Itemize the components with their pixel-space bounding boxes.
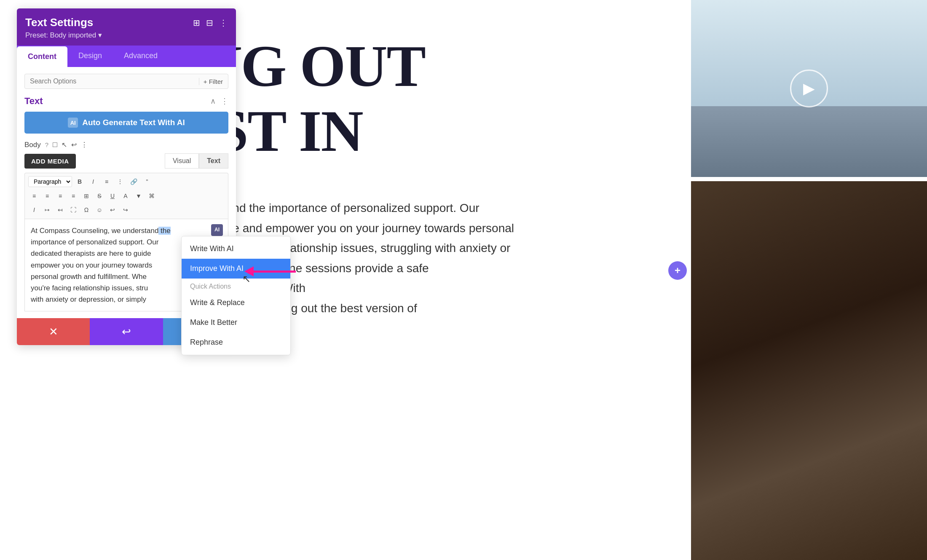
paragraph-select[interactable]: Paragraph Heading 1 Heading 2 (28, 176, 72, 187)
panel-header: Text Settings Preset: Body imported ▾ ⊞ … (17, 8, 236, 46)
fullscreen-icon[interactable]: ⊞ (193, 18, 200, 28)
panel-title: Text Settings (25, 16, 102, 29)
mobile-icon[interactable]: □ (53, 140, 57, 149)
panel-preset[interactable]: Preset: Body imported ▾ (25, 31, 102, 40)
align-right-button[interactable]: ≡ (54, 190, 66, 202)
body-label: Body (24, 141, 41, 149)
outdent-button[interactable]: ↤ (54, 204, 66, 216)
split-icon[interactable]: ⊟ (206, 18, 213, 28)
arrow-line (254, 271, 296, 273)
editor-buttons-row: ADD MEDIA Visual Text (24, 153, 228, 169)
italic-button[interactable]: I (87, 176, 99, 188)
make-it-better-item[interactable]: Make It Better (182, 313, 290, 332)
write-with-ai-label: Write With AI (190, 244, 234, 253)
write-replace-label: Write & Replace (190, 298, 245, 307)
text-section-header: Text ∧ ⋮ (24, 96, 228, 107)
write-replace-item[interactable]: Write & Replace (182, 293, 290, 313)
arrow-indicator (244, 266, 296, 276)
undo-button[interactable]: ↩ (90, 318, 163, 345)
bold-button[interactable]: B (74, 176, 86, 188)
make-it-better-label: Make It Better (190, 318, 237, 327)
play-button[interactable]: ▶ (790, 70, 828, 107)
help-icon[interactable]: ? (45, 141, 48, 148)
align-justify-button[interactable]: ≡ (67, 190, 79, 202)
ai-icon: AI (68, 118, 78, 128)
section-more-icon[interactable]: ⋮ (221, 96, 228, 106)
write-with-ai-item[interactable]: Write With AI (182, 239, 290, 259)
section-title: Text (24, 96, 43, 107)
filter-button[interactable]: + Filter (199, 78, 223, 85)
panel-header-icons: ⊞ ⊟ ⋮ (193, 18, 228, 28)
table-button[interactable]: ⊞ (80, 190, 92, 202)
text-view-button[interactable]: Text (199, 153, 228, 169)
rephrase-item[interactable]: Rephrase (182, 332, 290, 352)
unordered-list-button[interactable]: ≡ (101, 176, 113, 188)
visual-view-button[interactable]: Visual (165, 153, 199, 169)
search-input[interactable] (30, 78, 199, 85)
ai-context-menu: Write With AI Improve With AI Quick Acti… (181, 236, 291, 355)
formatting-toolbar-row2: ≡ ≡ ≡ ≡ ⊞ S U A ▼ ⌘ (24, 190, 228, 204)
fullscreen-editor-button[interactable]: ⛶ (67, 204, 79, 216)
background-color-button[interactable]: ▼ (133, 190, 145, 202)
editor-toolbar-top: Body ? □ ↖ ↩ ⋮ (24, 140, 228, 149)
section-controls: ∧ ⋮ (210, 96, 228, 106)
add-media-button[interactable]: ADD MEDIA (24, 154, 76, 169)
cancel-button[interactable]: ✕ (17, 318, 90, 345)
quote-button[interactable]: " (141, 176, 153, 188)
collapse-icon[interactable]: ∧ (210, 96, 216, 106)
ordered-list-button[interactable]: ⋮ (114, 176, 126, 188)
improve-with-ai-label: Improve With AI (190, 264, 244, 273)
redo2-button[interactable]: ↪ (120, 204, 131, 216)
tab-design[interactable]: Design (67, 46, 113, 67)
hero-image-top: ▶ (691, 0, 927, 177)
undo2-button[interactable]: ↩ (107, 204, 118, 216)
cursor-pointer: ↖ (242, 273, 251, 285)
add-section-button[interactable]: + (668, 261, 687, 280)
align-center-button[interactable]: ≡ (41, 190, 53, 202)
tab-advanced[interactable]: Advanced (113, 46, 169, 67)
hero-image-bottom (691, 181, 927, 560)
tab-content[interactable]: Content (17, 46, 67, 67)
quick-actions-label: Quick Actions (182, 279, 290, 293)
view-toggle: Visual Text (165, 153, 228, 169)
ai-overlay-icon: AI (211, 224, 223, 236)
underline-button[interactable]: U (107, 190, 118, 202)
formatting-toolbar-row1: Paragraph Heading 1 Heading 2 B I ≡ ⋮ 🔗 … (24, 173, 228, 190)
cursor-select-icon[interactable]: ↖ (62, 141, 67, 149)
indent-button[interactable]: ↦ (41, 204, 53, 216)
formatting-toolbar-row3: I ↦ ↤ ⛶ Ω ☺ ↩ ↪ (24, 204, 228, 219)
link-button[interactable]: 🔗 (128, 176, 139, 188)
align-left-button[interactable]: ≡ (28, 190, 40, 202)
undo-icon[interactable]: ↩ (71, 141, 77, 149)
ai-generate-button[interactable]: AI Auto Generate Text With AI (24, 112, 228, 134)
omega-button[interactable]: Ω (80, 204, 92, 216)
editor-text: At Compass Counseling, we understand the… (31, 227, 171, 303)
more-options-icon[interactable]: ⋮ (219, 18, 228, 28)
more-icon[interactable]: ⋮ (81, 141, 88, 149)
special-button[interactable]: ⌘ (146, 190, 158, 202)
ai-button-label: Auto Generate Text With AI (82, 118, 185, 127)
italic2-button[interactable]: I (28, 204, 40, 216)
emoji-button[interactable]: ☺ (94, 204, 105, 216)
panel-tabs: Content Design Advanced (17, 46, 236, 67)
rephrase-label: Rephrase (190, 338, 223, 346)
cancel-icon: ✕ (49, 325, 58, 338)
text-color-button[interactable]: A (120, 190, 131, 202)
undo-footer-icon: ↩ (122, 325, 131, 338)
strikethrough-button[interactable]: S (94, 190, 105, 202)
search-bar: + Filter (24, 74, 228, 89)
